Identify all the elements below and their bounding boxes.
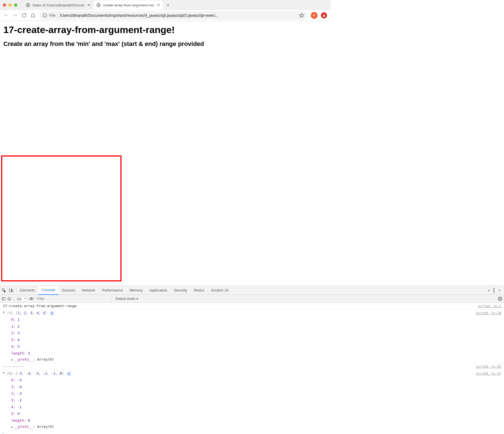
annotation-highlight — [1, 155, 122, 281]
close-icon[interactable] — [157, 3, 160, 7]
url-input[interactable]: File /Users/dinanath/Documents/important… — [39, 11, 307, 20]
address-bar: File /Users/dinanath/Documents/important… — [0, 10, 330, 21]
forward-icon[interactable] — [12, 13, 18, 18]
info-icon[interactable] — [43, 13, 47, 18]
reload-icon[interactable] — [21, 13, 27, 18]
new-tab-button[interactable] — [163, 3, 173, 7]
extension-badge[interactable] — [321, 12, 327, 18]
url-path: /Users/dinanath/Documents/important/reso… — [60, 13, 297, 18]
page-content: 17-create-array-from-argument-range! Cre… — [0, 21, 330, 51]
minimize-window-icon[interactable] — [8, 3, 12, 7]
close-icon[interactable] — [87, 3, 91, 7]
tab-bar: Index of /Users/dinanath/Docum create-ar… — [0, 0, 330, 10]
maximize-window-icon[interactable] — [14, 3, 17, 7]
star-icon[interactable] — [299, 13, 304, 18]
page-subtitle: Create an array from the 'min' and 'max'… — [3, 40, 327, 48]
tab-title: create-array-from-argument-ran — [103, 3, 154, 7]
browser-chrome: Index of /Users/dinanath/Docum create-ar… — [0, 0, 330, 21]
window-controls — [3, 3, 23, 7]
globe-icon — [96, 3, 101, 7]
browser-tab-active[interactable]: create-array-from-argument-ran — [94, 1, 163, 10]
page-title: 17-create-array-from-argument-range! — [3, 24, 327, 35]
browser-tab-inactive[interactable]: Index of /Users/dinanath/Docum — [23, 1, 94, 10]
url-scheme: File — [49, 13, 58, 18]
globe-icon — [26, 3, 30, 7]
home-icon[interactable] — [30, 13, 36, 18]
profile-avatar[interactable]: D — [311, 12, 318, 19]
close-window-icon[interactable] — [3, 3, 6, 7]
back-icon[interactable] — [3, 13, 9, 18]
tab-title: Index of /Users/dinanath/Docum — [32, 3, 85, 7]
